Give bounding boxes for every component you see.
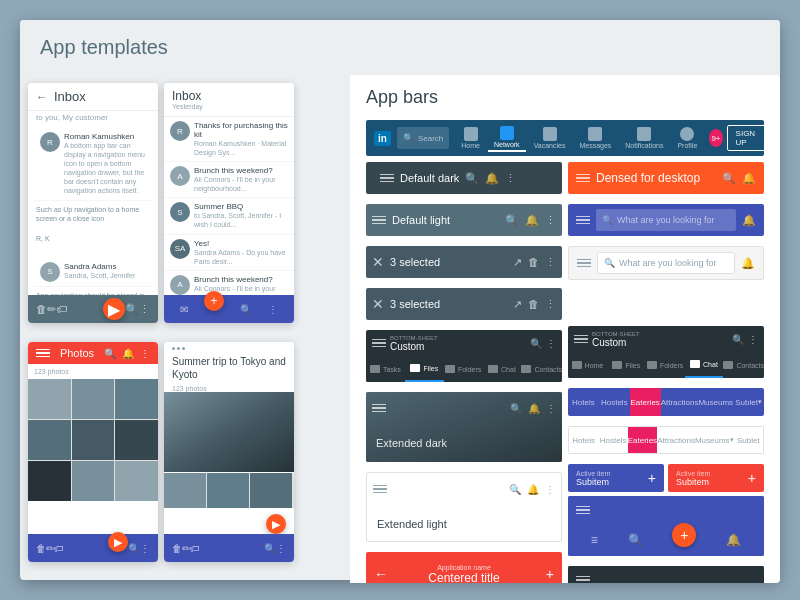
light-search-field[interactable]: 🔍 What are you looking for: [597, 252, 735, 274]
more-dark-icon[interactable]: ⋮: [505, 172, 516, 185]
more-custom2-icon[interactable]: ⋮: [748, 334, 758, 345]
photo-cell[interactable]: [115, 420, 158, 460]
delete-sel-icon-2[interactable]: 🗑: [528, 298, 539, 310]
thumbnail[interactable]: [207, 473, 249, 508]
hamburger-icon[interactable]: [36, 349, 50, 358]
nav-profile[interactable]: Profile: [671, 125, 703, 151]
photo-cell[interactable]: [28, 379, 71, 419]
search-custom-icon[interactable]: 🔍: [530, 338, 542, 349]
search-travel-icon[interactable]: 🔍: [264, 543, 276, 554]
photo-cell[interactable]: [72, 420, 115, 460]
bell-bnav2-icon[interactable]: 🔔: [726, 533, 741, 547]
search-icon[interactable]: 🔍: [125, 303, 139, 316]
more-sel-icon-2[interactable]: ⋮: [545, 298, 556, 311]
photo-cell[interactable]: [28, 461, 71, 501]
more-icon-2[interactable]: ⋮: [268, 304, 278, 315]
hamburger-light-search[interactable]: [577, 259, 591, 268]
hamburger-ext-light[interactable]: [373, 485, 387, 494]
photo-cell[interactable]: [115, 379, 158, 419]
back-icon-centered[interactable]: ←: [374, 566, 388, 582]
search-custom2-icon[interactable]: 🔍: [732, 334, 744, 345]
list-item[interactable]: S Summer BBQ to Sandra, Scott, Jennifer …: [164, 198, 294, 234]
hamburger-custom2[interactable]: [574, 335, 588, 344]
thumbnail[interactable]: [164, 473, 206, 508]
share-fab[interactable]: ▶: [108, 532, 128, 552]
tab-files[interactable]: Files: [405, 356, 444, 382]
more-travel-icon[interactable]: ⋮: [276, 543, 286, 554]
action-plus-icon-r[interactable]: +: [748, 470, 756, 486]
tab-hotels[interactable]: Hotels: [568, 388, 599, 416]
nav-network[interactable]: Network: [488, 124, 526, 152]
edit-photos-icon[interactable]: ✏: [46, 543, 54, 554]
delete-icon[interactable]: 🗑: [36, 303, 47, 315]
tab-attractions-l[interactable]: Attractions: [657, 427, 695, 453]
list-item[interactable]: SA Yes! Sandra Adams - Do you have Paris…: [164, 235, 294, 271]
delete-travel-icon[interactable]: 🗑: [172, 543, 182, 554]
bell-densed-icon[interactable]: 🔔: [742, 172, 756, 185]
close-icon-2[interactable]: ✕: [372, 296, 384, 312]
more-custom-icon[interactable]: ⋮: [546, 338, 556, 349]
tab-museums[interactable]: Museums: [698, 388, 733, 416]
share-icon[interactable]: ↗: [513, 256, 522, 269]
hamburger-bnav3[interactable]: [576, 576, 590, 583]
email-item-2[interactable]: S Sandra Adams Sandra, Scott, Jennifer: [34, 258, 152, 287]
search-bnav2-icon[interactable]: 🔍: [628, 533, 643, 547]
hamburger-dark-search[interactable]: [576, 216, 590, 225]
tab-contacts2[interactable]: Contacts: [723, 352, 764, 378]
tab-folders[interactable]: Folders: [444, 356, 483, 382]
photo-cell[interactable]: [115, 461, 158, 501]
tab-sublet[interactable]: Sublet ▾: [733, 388, 764, 416]
edit-icon[interactable]: ✏: [47, 303, 56, 316]
more-light-icon[interactable]: ⋮: [545, 214, 556, 227]
search-densed-icon[interactable]: 🔍: [722, 172, 736, 185]
close-icon[interactable]: ✕: [372, 254, 384, 270]
bell-dark-icon[interactable]: 🔔: [485, 172, 499, 185]
hamburger-custom[interactable]: [372, 339, 386, 348]
tab-eateries-l-active[interactable]: Eateries: [628, 427, 657, 453]
search-ext-l-icon[interactable]: 🔍: [509, 484, 521, 495]
bell-light-icon[interactable]: 🔔: [525, 214, 539, 227]
tab-contacts[interactable]: Contacts: [521, 356, 562, 382]
dark-search-field[interactable]: 🔍 What are you looking for: [596, 209, 736, 231]
linkedin-search[interactable]: 🔍 Search: [397, 127, 449, 149]
photo-cell[interactable]: [72, 461, 115, 501]
bell-ext-icon[interactable]: 🔔: [528, 403, 540, 414]
share-icon-2[interactable]: ↗: [513, 298, 522, 311]
tag-icon[interactable]: 🏷: [56, 303, 67, 315]
thumbnail[interactable]: [250, 473, 292, 508]
tag-photos-icon[interactable]: 🏷: [54, 543, 64, 554]
travel-fab[interactable]: ▶: [266, 514, 286, 534]
plus-centered-icon[interactable]: +: [546, 566, 554, 582]
more-sel-icon[interactable]: ⋮: [545, 256, 556, 269]
photo-cell[interactable]: [72, 379, 115, 419]
search-photos-icon[interactable]: 🔍: [104, 348, 116, 359]
compose-icon[interactable]: ✉: [180, 304, 188, 315]
list-item[interactable]: R Thanks for purchasing this kit Roman K…: [164, 117, 294, 162]
more-photos-icon[interactable]: ⋮: [140, 348, 150, 359]
delete-sel-icon[interactable]: 🗑: [528, 256, 539, 268]
nav-home[interactable]: Home: [455, 125, 486, 151]
more-ext-icon[interactable]: ⋮: [546, 403, 556, 414]
tab-attractions[interactable]: Attractions: [661, 388, 699, 416]
tab-museums-l[interactable]: Museums ▾: [695, 427, 734, 453]
search-light-icon[interactable]: 🔍: [505, 214, 519, 227]
photo-cell[interactable]: [28, 420, 71, 460]
hamburger-light[interactable]: [372, 216, 386, 225]
back-arrow-icon[interactable]: ←: [36, 90, 48, 104]
menu-icon-2[interactable]: ≡: [591, 533, 598, 547]
nav-vacancies[interactable]: Vacancies: [528, 125, 572, 151]
fab-bnav2[interactable]: +: [672, 523, 696, 547]
search-icon-3[interactable]: 🔍: [128, 543, 140, 554]
delete-photos-icon[interactable]: 🗑: [36, 543, 46, 554]
tab-home[interactable]: Home: [568, 352, 607, 378]
tab-eateries-active[interactable]: Eateries: [630, 388, 661, 416]
hamburger-bnav2[interactable]: [576, 506, 590, 515]
tab-sublet-l[interactable]: Sublet: [734, 427, 763, 453]
tab-chat2[interactable]: Chat: [685, 352, 724, 378]
tab-hostels[interactable]: Hostels: [599, 388, 630, 416]
hamburger-dark[interactable]: [380, 174, 394, 183]
tab-folders2[interactable]: Folders: [646, 352, 685, 378]
tab-tasks[interactable]: Tasks: [366, 356, 405, 382]
tab-hotels-l[interactable]: Hotels: [569, 427, 598, 453]
action-plus-icon[interactable]: +: [648, 470, 656, 486]
